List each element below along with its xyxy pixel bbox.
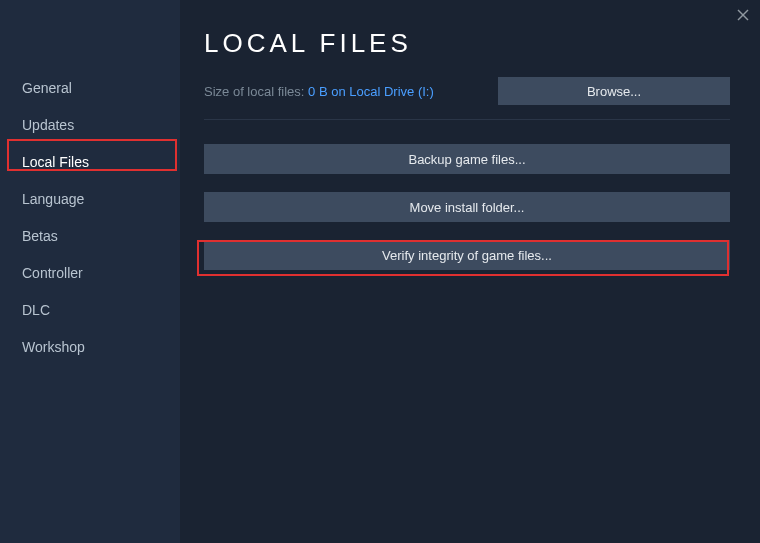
- button-label: Browse...: [587, 84, 641, 99]
- page-title: LOCAL FILES: [204, 28, 730, 59]
- sidebar-item-general[interactable]: General: [0, 72, 180, 104]
- sidebar-item-betas[interactable]: Betas: [0, 220, 180, 252]
- sidebar-item-label: Updates: [22, 117, 74, 133]
- local-files-size-label: Size of local files: 0 B on Local Drive …: [204, 84, 434, 99]
- button-label: Verify integrity of game files...: [382, 248, 552, 263]
- sidebar-item-local-files[interactable]: Local Files: [0, 146, 180, 178]
- content-pane: LOCAL FILES Size of local files: 0 B on …: [180, 0, 760, 543]
- sidebar-item-updates[interactable]: Updates: [0, 109, 180, 141]
- sidebar-item-label: Language: [22, 191, 84, 207]
- sidebar-item-label: General: [22, 80, 72, 96]
- size-label-text: Size of local files:: [204, 84, 308, 99]
- sidebar-item-controller[interactable]: Controller: [0, 257, 180, 289]
- local-drive-link[interactable]: 0 B on Local Drive (I:): [308, 84, 434, 99]
- close-icon[interactable]: [734, 6, 752, 24]
- sidebar: General Updates Local Files Language Bet…: [0, 0, 180, 543]
- button-label: Backup game files...: [408, 152, 525, 167]
- backup-game-files-button[interactable]: Backup game files...: [204, 144, 730, 174]
- sidebar-item-language[interactable]: Language: [0, 183, 180, 215]
- sidebar-item-label: Local Files: [22, 154, 89, 170]
- sidebar-item-label: DLC: [22, 302, 50, 318]
- divider: [204, 119, 730, 120]
- sidebar-item-label: Controller: [22, 265, 83, 281]
- sidebar-item-dlc[interactable]: DLC: [0, 294, 180, 326]
- sidebar-item-workshop[interactable]: Workshop: [0, 331, 180, 363]
- verify-integrity-button[interactable]: Verify integrity of game files...: [204, 240, 730, 270]
- sidebar-item-label: Workshop: [22, 339, 85, 355]
- move-install-folder-button[interactable]: Move install folder...: [204, 192, 730, 222]
- sidebar-item-label: Betas: [22, 228, 58, 244]
- button-label: Move install folder...: [410, 200, 525, 215]
- browse-button[interactable]: Browse...: [498, 77, 730, 105]
